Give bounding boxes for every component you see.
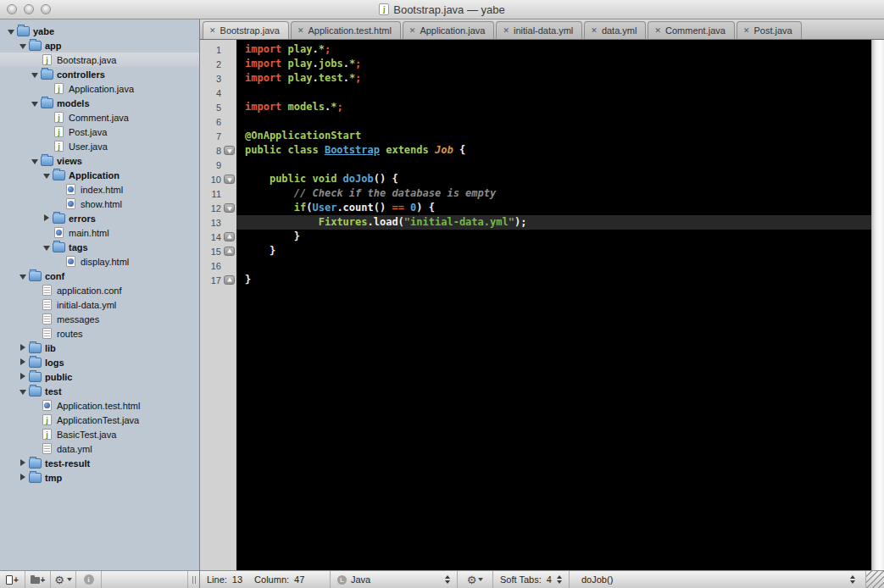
- text-file-icon: [42, 443, 52, 454]
- tree-row[interactable]: jComment.java: [0, 110, 199, 125]
- code-line[interactable]: import play.test.*;: [236, 71, 871, 86]
- symbol-selector[interactable]: doJob(): [570, 571, 865, 588]
- tab[interactable]: ✕Application.java: [403, 21, 495, 39]
- tab[interactable]: ✕Post.java: [737, 21, 802, 39]
- bundle-actions-button[interactable]: ⚙: [458, 571, 493, 588]
- tab-close-icon[interactable]: ✕: [409, 26, 416, 35]
- fold-down-icon[interactable]: [224, 203, 235, 213]
- info-button[interactable]: i: [76, 571, 102, 588]
- code-line[interactable]: }: [236, 230, 871, 244]
- language-stepper[interactable]: [445, 575, 450, 584]
- code-line[interactable]: import play.jobs.*;: [236, 57, 871, 71]
- code-line[interactable]: @OnApplicationStart: [236, 129, 871, 143]
- tree-row[interactable]: initial-data.yml: [0, 297, 199, 312]
- tree-row[interactable]: routes: [0, 326, 199, 341]
- symbol-stepper[interactable]: [850, 575, 855, 584]
- code-line[interactable]: }: [236, 244, 871, 258]
- tree-row[interactable]: tags: [0, 240, 199, 254]
- tree-row[interactable]: jPost.java: [0, 125, 199, 139]
- vertical-scrollbar[interactable]: [871, 40, 884, 570]
- tab-close-icon[interactable]: ✕: [591, 26, 598, 35]
- tab-bar[interactable]: ✕Bootstrap.java✕Application.test.html✕Ap…: [200, 19, 884, 40]
- code-line[interactable]: if(User.count() == 0) {: [236, 201, 871, 215]
- tree-row[interactable]: jApplication.java: [0, 81, 199, 96]
- fold-down-icon[interactable]: [224, 175, 235, 184]
- code-line[interactable]: [236, 158, 871, 172]
- fold-up-icon[interactable]: [224, 275, 235, 285]
- tree-row[interactable]: Application.test.html: [0, 398, 199, 413]
- tree-row[interactable]: app: [0, 38, 199, 53]
- tree-row[interactable]: messages: [0, 312, 199, 326]
- actions-menu-button[interactable]: ⚙: [51, 571, 76, 588]
- tab-close-icon[interactable]: ✕: [654, 26, 661, 35]
- tree-row[interactable]: test: [0, 384, 199, 398]
- fold-up-icon[interactable]: [224, 232, 235, 241]
- zoom-window-button[interactable]: [41, 4, 51, 14]
- tree-row[interactable]: public: [0, 369, 199, 384]
- file-tree[interactable]: yabeappjBootstrap.javacontrollersjApplic…: [0, 19, 199, 570]
- code-line[interactable]: }: [236, 273, 871, 287]
- fold-down-icon[interactable]: [224, 146, 235, 155]
- close-window-button[interactable]: [7, 4, 17, 14]
- tree-row[interactable]: display.html: [0, 254, 199, 269]
- current-code-line[interactable]: Fixtures.load("initial-data.yml");: [236, 215, 871, 230]
- fold-up-icon[interactable]: [224, 247, 235, 256]
- tree-row[interactable]: jUser.java: [0, 139, 199, 153]
- tree-row[interactable]: show.html: [0, 197, 199, 211]
- code-line[interactable]: import play.*;: [236, 42, 871, 57]
- code-line[interactable]: public class Bootstrap extends Job {: [236, 143, 871, 158]
- window-resize-grip[interactable]: [865, 571, 884, 588]
- new-folder-button[interactable]: +: [25, 571, 51, 588]
- soft-tabs-stepper[interactable]: [557, 575, 562, 584]
- gutter-row: 2: [200, 57, 236, 71]
- code-line[interactable]: [236, 114, 871, 129]
- code-line[interactable]: public void doJob() {: [236, 172, 871, 186]
- tree-row[interactable]: conf: [0, 269, 199, 283]
- tree-row[interactable]: test-result: [0, 456, 199, 470]
- minimize-window-button[interactable]: [24, 4, 34, 14]
- tab-close-icon[interactable]: ✕: [743, 26, 750, 35]
- tree-item-label: public: [45, 372, 72, 382]
- tree-row[interactable]: Application: [0, 168, 199, 182]
- tree-row[interactable]: main.html: [0, 225, 199, 240]
- new-file-button[interactable]: +: [0, 571, 25, 588]
- tree-row[interactable]: views: [0, 153, 199, 168]
- title-bar[interactable]: j Bootstrap.java — yabe: [0, 0, 884, 19]
- window-title: Bootstrap.java — yabe: [393, 3, 505, 16]
- drawer-resize-handle[interactable]: [187, 571, 199, 588]
- tab-close-icon[interactable]: ✕: [503, 26, 509, 35]
- tree-row[interactable]: errors: [0, 211, 199, 225]
- tree-row[interactable]: logs: [0, 355, 199, 369]
- tab[interactable]: ✕initial-data.yml: [496, 21, 582, 39]
- code-line[interactable]: import models.*;: [236, 100, 871, 114]
- chevron-down-icon: [478, 578, 483, 581]
- tree-row[interactable]: jApplicationTest.java: [0, 413, 199, 427]
- code-line[interactable]: [236, 258, 871, 273]
- tree-row[interactable]: application.conf: [0, 283, 199, 297]
- tree-row[interactable]: tmp: [0, 470, 199, 485]
- language-selector[interactable]: L Java: [331, 571, 458, 588]
- tree-row[interactable]: lib: [0, 341, 199, 355]
- tree-row[interactable]: yabe: [0, 24, 199, 38]
- tree-row[interactable]: controllers: [0, 67, 199, 81]
- window-title-group: j Bootstrap.java — yabe: [379, 3, 505, 16]
- code-editor[interactable]: import play.*;import play.jobs.*;import …: [236, 40, 871, 570]
- tab-close-icon[interactable]: ✕: [209, 26, 216, 35]
- tree-row[interactable]: index.html: [0, 182, 199, 197]
- tab-label: Bootstrap.java: [220, 25, 280, 36]
- tree-row[interactable]: data.yml: [0, 441, 199, 456]
- tab[interactable]: ✕data.yml: [584, 21, 646, 39]
- line-number: 9: [216, 160, 221, 170]
- tab-label: Comment.java: [665, 25, 726, 36]
- code-line[interactable]: [236, 86, 871, 100]
- soft-tabs-selector[interactable]: Soft Tabs: 4: [493, 571, 570, 588]
- tab[interactable]: ✕Comment.java: [648, 21, 734, 39]
- code-line[interactable]: // Check if the database is empty: [236, 186, 871, 201]
- tree-row[interactable]: jBootstrap.java: [0, 53, 199, 67]
- line-number: 5: [216, 103, 221, 113]
- tab-close-icon[interactable]: ✕: [297, 26, 304, 35]
- tab[interactable]: ✕Application.test.html: [291, 21, 401, 39]
- tree-row[interactable]: jBasicTest.java: [0, 427, 199, 441]
- tree-row[interactable]: models: [0, 96, 199, 110]
- tab[interactable]: ✕Bootstrap.java: [203, 21, 289, 39]
